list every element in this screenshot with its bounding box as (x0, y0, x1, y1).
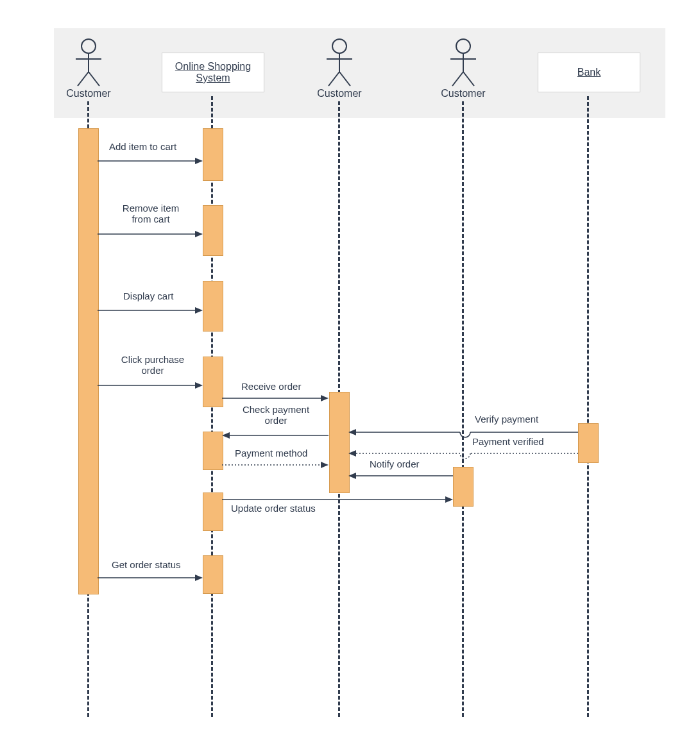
svg-point-10 (456, 39, 470, 53)
activation-system-4 (203, 357, 223, 407)
arrow-display-cart (98, 306, 203, 315)
svg-line-4 (89, 72, 99, 86)
lifeline-customer3 (462, 101, 464, 717)
activation-bank (578, 423, 599, 463)
participant-bank: Bank (538, 53, 640, 92)
svg-marker-24 (321, 395, 329, 401)
svg-marker-31 (348, 429, 356, 435)
msg-add-item: Add item to cart (109, 141, 176, 152)
svg-marker-34 (348, 450, 356, 457)
actor-label-customer1: Customer (63, 88, 114, 99)
activation-customer3 (453, 467, 474, 507)
svg-marker-20 (195, 307, 203, 314)
activation-customer1 (78, 128, 99, 594)
msg-check-payment: Check payment order (237, 404, 314, 426)
msg-get-status: Get order status (112, 559, 181, 570)
svg-marker-36 (348, 473, 356, 479)
activation-system-2 (203, 205, 223, 256)
svg-line-9 (339, 72, 350, 86)
arrow-update-status (222, 495, 454, 504)
svg-line-14 (463, 72, 474, 86)
lifeline-bank (587, 96, 589, 717)
msg-verify-payment: Verify payment (475, 414, 538, 425)
msg-payment-verified: Payment verified (472, 436, 544, 447)
activation-system-5 (203, 432, 223, 470)
sequence-diagram: Customer Online Shopping System Customer… (0, 0, 700, 749)
svg-line-13 (452, 72, 463, 86)
svg-marker-26 (222, 432, 230, 439)
arrow-add-item (98, 156, 203, 165)
activation-system-1 (203, 128, 223, 181)
svg-marker-16 (195, 158, 203, 164)
msg-display-cart: Display cart (123, 290, 173, 301)
arrow-click-purchase (98, 381, 203, 390)
actor-icon (73, 38, 105, 87)
arrow-remove-item (98, 230, 203, 239)
svg-marker-18 (195, 231, 203, 237)
svg-point-5 (332, 39, 346, 53)
msg-receive-order: Receive order (241, 381, 301, 392)
arrow-payment-method (222, 460, 330, 469)
activation-system-7 (203, 555, 223, 594)
msg-payment-method: Payment method (235, 448, 307, 459)
svg-marker-28 (321, 462, 329, 468)
msg-update-status: Update order status (231, 503, 316, 514)
activation-system-3 (203, 281, 223, 332)
svg-marker-38 (445, 496, 453, 503)
activation-customer2 (329, 392, 350, 493)
participant-system-label: Online Shopping System (162, 61, 264, 84)
actor-label-customer2: Customer (314, 88, 365, 99)
arrow-get-status (98, 573, 203, 582)
msg-remove-item: Remove item from cart (115, 203, 186, 225)
msg-click-purchase: Click purchase order (114, 354, 191, 376)
actor-icon (323, 38, 355, 87)
actor-icon (447, 38, 479, 87)
svg-line-8 (329, 72, 339, 86)
arrow-check-payment (222, 431, 330, 440)
svg-point-0 (81, 39, 96, 53)
svg-line-3 (78, 72, 89, 86)
arrow-verify-payment (348, 426, 579, 439)
arrow-notify-order (348, 471, 454, 480)
arrow-receive-order (222, 394, 330, 403)
svg-marker-22 (195, 382, 203, 389)
svg-marker-40 (195, 575, 203, 581)
msg-notify-order: Notify order (370, 459, 420, 469)
participant-bank-label: Bank (577, 67, 601, 78)
actor-label-customer3: Customer (438, 88, 489, 99)
participant-system: Online Shopping System (162, 53, 264, 92)
activation-system-6 (203, 492, 223, 531)
